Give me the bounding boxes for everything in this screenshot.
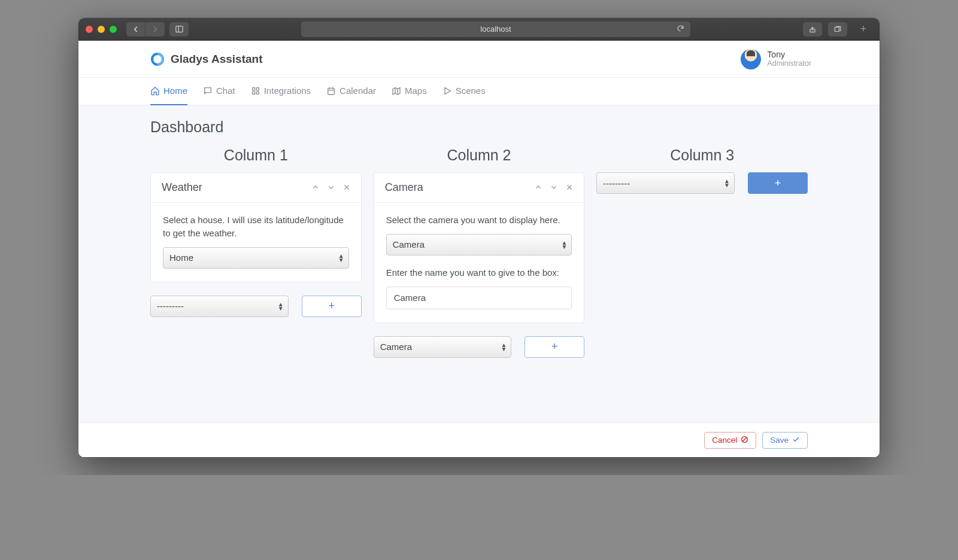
browser-titlebar: localhost + bbox=[78, 18, 880, 41]
home-icon bbox=[150, 86, 160, 96]
select-value: Camera bbox=[380, 342, 412, 352]
chat-icon bbox=[203, 86, 213, 96]
dashboard-column-2: Column 2 Camera Select the camera you wa… bbox=[374, 143, 585, 358]
nav-label: Maps bbox=[405, 86, 427, 96]
cancel-button[interactable]: Cancel bbox=[704, 432, 756, 449]
close-icon[interactable] bbox=[566, 184, 573, 192]
user-menu[interactable]: Tony Administrator bbox=[741, 49, 811, 69]
maximize-window-button[interactable] bbox=[110, 26, 117, 33]
card-description: Select a house. I will use its latitude/… bbox=[163, 214, 349, 240]
svg-rect-9 bbox=[328, 88, 335, 95]
move-down-icon[interactable] bbox=[328, 184, 335, 192]
select-value: Home bbox=[169, 252, 193, 263]
nav-chat[interactable]: Chat bbox=[203, 78, 235, 105]
save-label: Save bbox=[770, 436, 789, 445]
dashboard-columns: Column 1 Weather Select a house. I will … bbox=[150, 143, 808, 358]
reload-icon[interactable] bbox=[677, 25, 684, 34]
sidebar-toggle-button[interactable] bbox=[169, 22, 189, 36]
dashboard-column-3: Column 3 --------- ▲▼ + bbox=[596, 143, 808, 358]
widget-type-select[interactable]: Camera ▲▼ bbox=[374, 336, 512, 358]
nav-calendar[interactable]: Calendar bbox=[326, 78, 376, 105]
address-bar[interactable]: localhost bbox=[301, 22, 690, 37]
svg-rect-7 bbox=[252, 92, 254, 94]
page-title: Dashboard bbox=[150, 118, 808, 136]
main-content: Dashboard Column 1 Weather Select bbox=[78, 105, 880, 422]
brand-logo-icon bbox=[150, 52, 165, 66]
dashboard-column-1: Column 1 Weather Select a house. I will … bbox=[150, 143, 362, 358]
card-title: Camera bbox=[385, 181, 423, 194]
browser-window: localhost + Gladys Assistant Tony bbox=[78, 18, 880, 457]
titlebar-right bbox=[803, 22, 847, 36]
move-down-icon[interactable] bbox=[550, 184, 557, 192]
check-icon bbox=[792, 436, 800, 445]
card-actions bbox=[535, 184, 573, 192]
nav-home[interactable]: Home bbox=[150, 78, 187, 105]
select-value: --------- bbox=[157, 301, 184, 311]
app-header: Gladys Assistant Tony Administrator bbox=[78, 41, 880, 78]
plus-icon: + bbox=[775, 177, 781, 190]
nav-maps[interactable]: Maps bbox=[392, 78, 427, 105]
user-meta: Tony Administrator bbox=[767, 50, 811, 69]
plus-icon: + bbox=[551, 340, 558, 353]
nav-label: Home bbox=[163, 86, 187, 96]
select-value: --------- bbox=[603, 178, 630, 188]
avatar bbox=[741, 49, 761, 69]
nav-scenes[interactable]: Scenes bbox=[442, 78, 486, 105]
name-label: Enter the name you want to give to the b… bbox=[386, 266, 572, 279]
select-chevron-icon: ▲▼ bbox=[561, 241, 566, 249]
widget-type-select[interactable]: --------- ▲▼ bbox=[150, 296, 289, 317]
box-name-input[interactable]: Camera bbox=[386, 287, 572, 309]
card-description: Select the camera you want to display he… bbox=[386, 214, 572, 227]
close-window-button[interactable] bbox=[86, 26, 93, 33]
main-nav: Home Chat Integrations Calendar Maps Sce… bbox=[78, 78, 880, 105]
nav-label: Scenes bbox=[456, 86, 486, 96]
card-actions bbox=[312, 184, 350, 192]
forward-button[interactable] bbox=[145, 22, 165, 36]
save-button[interactable]: Save bbox=[762, 432, 808, 449]
plus-icon: + bbox=[328, 300, 335, 312]
nav-label: Integrations bbox=[264, 86, 311, 96]
brand[interactable]: Gladys Assistant bbox=[150, 52, 262, 66]
svg-rect-3 bbox=[835, 27, 839, 31]
card-body: Select the camera you want to display he… bbox=[374, 203, 584, 322]
camera-select[interactable]: Camera ▲▼ bbox=[386, 234, 572, 255]
add-widget-button[interactable]: + bbox=[748, 172, 808, 194]
share-button[interactable] bbox=[803, 22, 822, 36]
add-widget-row: Camera ▲▼ + bbox=[374, 336, 585, 358]
svg-rect-6 bbox=[256, 87, 259, 90]
add-widget-row: --------- ▲▼ + bbox=[596, 172, 808, 194]
house-select[interactable]: Home ▲▼ bbox=[163, 247, 349, 269]
window-controls bbox=[86, 26, 117, 33]
column-title: Column 3 bbox=[596, 147, 808, 164]
add-widget-button[interactable]: + bbox=[525, 336, 584, 358]
brand-name: Gladys Assistant bbox=[171, 53, 262, 66]
column-title: Column 2 bbox=[374, 147, 585, 164]
card-body: Select a house. I will use its latitude/… bbox=[151, 203, 361, 282]
column-title: Column 1 bbox=[150, 147, 362, 164]
play-icon bbox=[442, 86, 452, 96]
minimize-window-button[interactable] bbox=[98, 26, 105, 33]
add-widget-row: --------- ▲▼ + bbox=[150, 296, 362, 317]
calendar-icon bbox=[326, 86, 336, 96]
card-header: Weather bbox=[151, 173, 361, 203]
camera-card: Camera Select the camera you want to dis… bbox=[374, 172, 585, 323]
edit-footer: Cancel Save bbox=[78, 422, 880, 457]
svg-rect-0 bbox=[175, 26, 182, 32]
move-up-icon[interactable] bbox=[312, 184, 319, 192]
input-value: Camera bbox=[394, 293, 426, 303]
select-value: Camera bbox=[393, 239, 425, 249]
address-text: localhost bbox=[480, 25, 511, 34]
add-widget-button[interactable]: + bbox=[302, 296, 362, 317]
nav-integrations[interactable]: Integrations bbox=[251, 78, 311, 105]
tabs-button[interactable] bbox=[828, 22, 847, 36]
new-tab-button[interactable]: + bbox=[854, 18, 872, 41]
user-name: Tony bbox=[767, 50, 811, 60]
widget-type-select[interactable]: --------- ▲▼ bbox=[596, 172, 735, 194]
weather-card: Weather Select a house. I will use its l… bbox=[150, 172, 362, 282]
nav-buttons bbox=[126, 22, 165, 36]
back-button[interactable] bbox=[126, 22, 145, 36]
move-up-icon[interactable] bbox=[535, 184, 542, 192]
close-icon[interactable] bbox=[343, 184, 350, 192]
user-role: Administrator bbox=[767, 59, 811, 68]
svg-rect-5 bbox=[252, 87, 254, 90]
